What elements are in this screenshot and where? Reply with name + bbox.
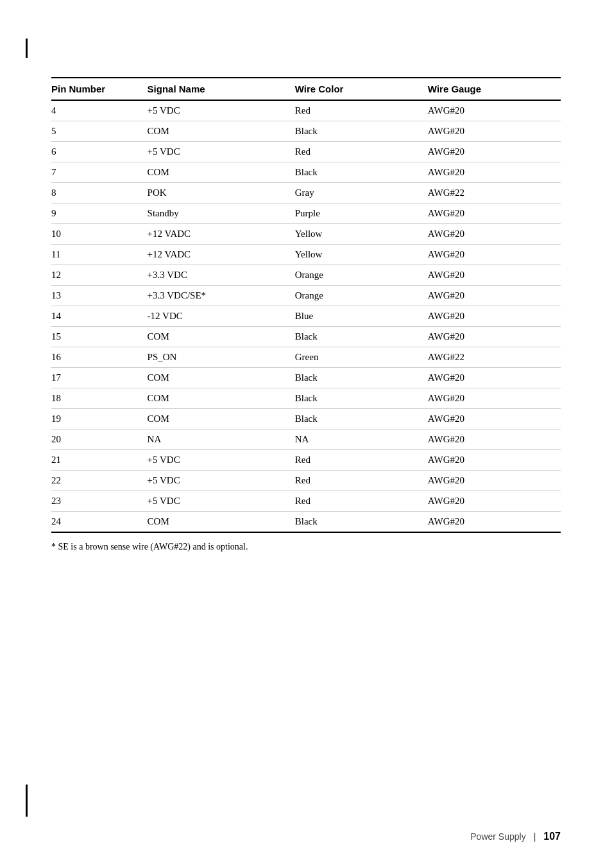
cell-signal: +3.3 VDC/SE*	[148, 286, 295, 306]
cell-gauge: AWG#20	[428, 265, 561, 286]
cell-pin: 12	[51, 265, 148, 286]
cell-gauge: AWG#20	[428, 224, 561, 245]
pin-table: Pin Number Signal Name Wire Color Wire G…	[51, 77, 561, 533]
cell-gauge: AWG#20	[428, 430, 561, 450]
cell-signal: COM	[148, 388, 295, 409]
cell-color: Yellow	[295, 224, 428, 245]
cell-signal: NA	[148, 430, 295, 450]
cell-pin: 5	[51, 121, 148, 142]
cell-signal: +5 VDC	[148, 491, 295, 512]
cell-gauge: AWG#20	[428, 121, 561, 142]
cell-gauge: AWG#20	[428, 409, 561, 430]
left-margin-bar-top	[26, 39, 28, 58]
cell-color: Black	[295, 512, 428, 533]
cell-color: Gray	[295, 183, 428, 204]
cell-pin: 15	[51, 327, 148, 347]
cell-gauge: AWG#22	[428, 347, 561, 368]
header-color: Wire Color	[295, 78, 428, 100]
cell-gauge: AWG#20	[428, 450, 561, 471]
table-row: 21+5 VDCRedAWG#20	[51, 450, 561, 471]
table-row: 6+5 VDCRedAWG#20	[51, 142, 561, 162]
cell-color: Black	[295, 368, 428, 388]
table-row: 14-12 VDCBlueAWG#20	[51, 306, 561, 327]
cell-pin: 17	[51, 368, 148, 388]
cell-signal: COM	[148, 368, 295, 388]
cell-gauge: AWG#20	[428, 142, 561, 162]
cell-signal: +12 VADC	[148, 245, 295, 265]
table-row: 20NANAAWG#20	[51, 430, 561, 450]
cell-gauge: AWG#20	[428, 512, 561, 533]
cell-signal: COM	[148, 121, 295, 142]
cell-pin: 7	[51, 162, 148, 183]
cell-color: Black	[295, 121, 428, 142]
cell-signal: +5 VDC	[148, 142, 295, 162]
cell-signal: -12 VDC	[148, 306, 295, 327]
cell-pin: 6	[51, 142, 148, 162]
cell-pin: 18	[51, 388, 148, 409]
cell-color: Green	[295, 347, 428, 368]
cell-color: NA	[295, 430, 428, 450]
cell-color: Black	[295, 388, 428, 409]
cell-gauge: AWG#20	[428, 100, 561, 121]
cell-pin: 19	[51, 409, 148, 430]
cell-pin: 22	[51, 471, 148, 491]
table-row: 7COMBlackAWG#20	[51, 162, 561, 183]
cell-gauge: AWG#20	[428, 471, 561, 491]
cell-gauge: AWG#20	[428, 388, 561, 409]
cell-pin: 14	[51, 306, 148, 327]
cell-pin: 24	[51, 512, 148, 533]
cell-gauge: AWG#22	[428, 183, 561, 204]
table-row: 22+5 VDCRedAWG#20	[51, 471, 561, 491]
cell-gauge: AWG#20	[428, 286, 561, 306]
page: Pin Number Signal Name Wire Color Wire G…	[0, 0, 612, 868]
cell-signal: COM	[148, 162, 295, 183]
cell-color: Orange	[295, 286, 428, 306]
cell-pin: 4	[51, 100, 148, 121]
table-row: 8POKGrayAWG#22	[51, 183, 561, 204]
cell-gauge: AWG#20	[428, 491, 561, 512]
table-row: 5COMBlackAWG#20	[51, 121, 561, 142]
table-row: 18COMBlackAWG#20	[51, 388, 561, 409]
cell-signal: +5 VDC	[148, 100, 295, 121]
cell-gauge: AWG#20	[428, 327, 561, 347]
cell-color: Black	[295, 162, 428, 183]
footer-page-number: 107	[543, 831, 561, 842]
cell-signal: COM	[148, 512, 295, 533]
cell-pin: 9	[51, 204, 148, 224]
table-header-row: Pin Number Signal Name Wire Color Wire G…	[51, 78, 561, 100]
table-row: 16PS_ONGreenAWG#22	[51, 347, 561, 368]
cell-gauge: AWG#20	[428, 245, 561, 265]
cell-gauge: AWG#20	[428, 368, 561, 388]
cell-signal: +5 VDC	[148, 450, 295, 471]
cell-signal: +3.3 VDC	[148, 265, 295, 286]
cell-signal: COM	[148, 409, 295, 430]
cell-color: Yellow	[295, 245, 428, 265]
cell-signal: COM	[148, 327, 295, 347]
table-row: 15COMBlackAWG#20	[51, 327, 561, 347]
footer-divider: |	[534, 831, 536, 842]
cell-pin: 16	[51, 347, 148, 368]
cell-pin: 8	[51, 183, 148, 204]
cell-color: Black	[295, 327, 428, 347]
cell-gauge: AWG#20	[428, 306, 561, 327]
cell-pin: 21	[51, 450, 148, 471]
footer: Power Supply | 107	[470, 831, 561, 842]
table-row: 4+5 VDCRedAWG#20	[51, 100, 561, 121]
cell-gauge: AWG#20	[428, 204, 561, 224]
cell-pin: 13	[51, 286, 148, 306]
cell-color: Red	[295, 450, 428, 471]
cell-signal: +12 VADC	[148, 224, 295, 245]
cell-signal: PS_ON	[148, 347, 295, 368]
table-row: 19COMBlackAWG#20	[51, 409, 561, 430]
cell-signal: Standby	[148, 204, 295, 224]
table-row: 23+5 VDCRedAWG#20	[51, 491, 561, 512]
table-row: 11+12 VADCYellowAWG#20	[51, 245, 561, 265]
header-signal: Signal Name	[148, 78, 295, 100]
cell-pin: 11	[51, 245, 148, 265]
cell-color: Orange	[295, 265, 428, 286]
table-row: 24COMBlackAWG#20	[51, 512, 561, 533]
cell-color: Red	[295, 471, 428, 491]
cell-signal: POK	[148, 183, 295, 204]
cell-color: Blue	[295, 306, 428, 327]
table-row: 12+3.3 VDCOrangeAWG#20	[51, 265, 561, 286]
